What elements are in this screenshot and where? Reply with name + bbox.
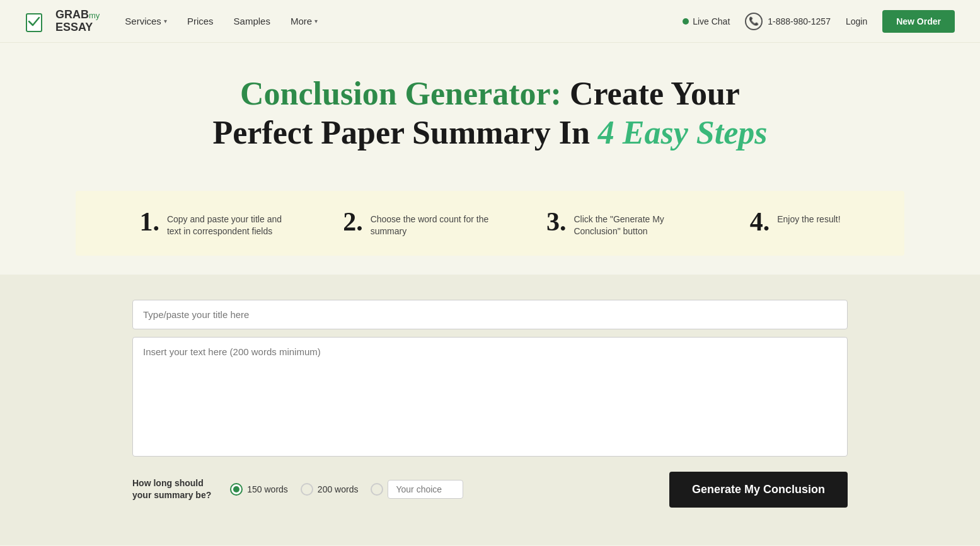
header: GRABmy ESSAY Services ▾ Prices Samples M…: [0, 0, 980, 43]
step-4-number: 4.: [750, 208, 770, 235]
steps-bar: 1. Copy and paste your title and text in…: [76, 191, 904, 256]
word-count-label: How long should your summary be?: [132, 477, 211, 502]
step-1-number: 1.: [139, 208, 159, 235]
radio-custom-icon: [371, 483, 383, 496]
step-3-text: Click the "Generate My Conclusion" butto…: [574, 208, 698, 238]
live-indicator: [683, 18, 689, 25]
title-input[interactable]: [132, 300, 848, 329]
option-150[interactable]: 150 words: [230, 483, 288, 496]
nav-services[interactable]: Services ▾: [125, 16, 167, 26]
live-chat-button[interactable]: Live Chat: [683, 16, 730, 26]
radio-150-icon: [230, 483, 243, 496]
phone-area[interactable]: 📞 1-888-980-1257: [745, 13, 831, 30]
logo-essay: ESSAY: [55, 21, 93, 33]
option-custom[interactable]: [371, 480, 463, 499]
main-nav: Services ▾ Prices Samples More ▾: [125, 16, 683, 26]
nav-more[interactable]: More ▾: [291, 16, 318, 26]
step-2-text: Choose the word count for the summary: [371, 208, 495, 238]
header-right: Live Chat 📞 1-888-980-1257 Login New Ord…: [683, 10, 955, 33]
hero-title: Conclusion Generator: Create Your: [13, 74, 967, 113]
hero-subtitle: Perfect Paper Summary In 4 Easy Steps: [13, 113, 967, 152]
generate-button[interactable]: Generate My Conclusion: [669, 472, 848, 508]
step-4: 4. Enjoy the result!: [750, 208, 841, 235]
login-button[interactable]: Login: [846, 16, 867, 26]
step-3: 3. Click the "Generate My Conclusion" bu…: [546, 208, 698, 238]
logo-grab: GRAB: [55, 8, 89, 21]
step-2: 2. Choose the word count for the summary: [343, 208, 494, 238]
step-4-text: Enjoy the result!: [777, 208, 840, 226]
logo[interactable]: GRABmy ESSAY: [25, 9, 100, 34]
word-count-options: 150 words 200 words: [230, 480, 463, 499]
nav-prices[interactable]: Prices: [187, 16, 214, 26]
custom-word-count-input[interactable]: [388, 480, 463, 499]
chevron-down-icon-more: ▾: [314, 18, 318, 25]
hero-section: Conclusion Generator: Create Your Perfec…: [0, 43, 980, 172]
new-order-button[interactable]: New Order: [882, 10, 955, 33]
nav-samples[interactable]: Samples: [234, 16, 270, 26]
step-3-number: 3.: [546, 208, 567, 235]
text-textarea[interactable]: [132, 337, 848, 457]
logo-my: my: [89, 11, 100, 20]
radio-200-icon: [301, 483, 313, 496]
phone-icon: 📞: [745, 13, 763, 30]
step-2-number: 2.: [343, 208, 363, 235]
option-200[interactable]: 200 words: [301, 483, 359, 496]
form-section: How long should your summary be? 150 wor…: [0, 275, 980, 545]
step-1: 1. Copy and paste your title and text in…: [139, 208, 291, 238]
bottom-controls: How long should your summary be? 150 wor…: [132, 472, 848, 508]
step-1-text: Copy and paste your title and text in co…: [167, 208, 291, 238]
chevron-down-icon: ▾: [164, 18, 167, 25]
